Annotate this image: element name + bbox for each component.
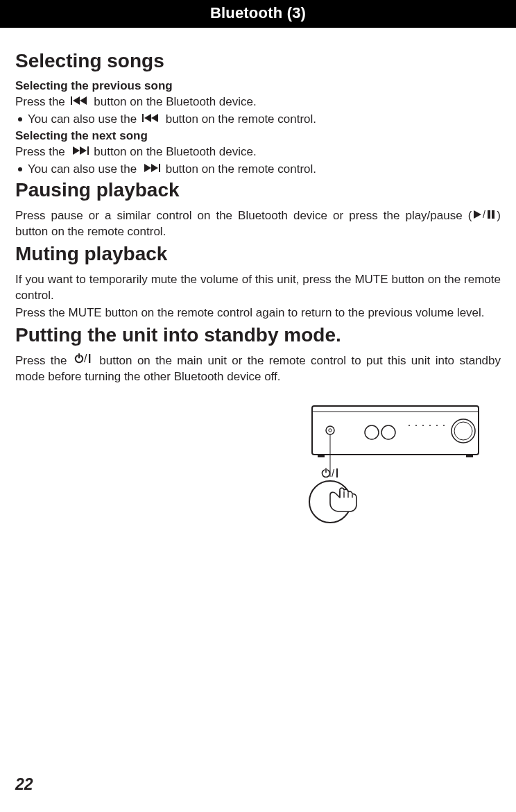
svg-point-27 [409,425,410,426]
svg-point-31 [436,425,438,426]
text: button on the Bluetooth device. [94,145,256,158]
svg-marker-12 [474,210,481,219]
subheading-previous-song: Selecting the previous song [15,79,501,93]
muting-paragraph-1: If you want to temporarily mute the volu… [15,272,501,304]
svg-rect-11 [159,164,160,172]
skip-previous-icon [142,111,160,127]
svg-rect-0 [71,96,72,105]
next-song-bullet: You can also use the button on the remot… [15,162,501,178]
svg-text:/: / [332,467,335,479]
text: Press the [15,145,65,158]
svg-point-24 [329,428,332,431]
svg-marker-1 [73,96,80,105]
device-illustration: / [15,399,501,531]
heading-pausing: Pausing playback [15,179,501,201]
next-song-line: Press the button on the Bluetooth device… [15,144,501,160]
svg-point-32 [443,425,445,426]
svg-marker-5 [151,114,158,122]
svg-marker-6 [73,146,80,155]
power-standby-icon: / [74,353,92,369]
prev-song-line: Press the button on the Bluetooth device… [15,94,501,110]
svg-rect-36 [466,455,473,457]
svg-rect-42 [336,468,338,477]
bullet-icon [18,167,22,171]
standby-paragraph: Press the / button on the main unit or t… [15,353,501,385]
text: Press the [15,354,67,367]
text: Press pause or a similar control on the … [15,209,472,222]
svg-marker-4 [144,114,151,122]
svg-point-26 [381,425,395,439]
page-number: 22 [15,775,33,794]
pausing-paragraph: Press pause or a similar control on the … [15,208,501,240]
text: button on the Bluetooth device. [94,95,256,108]
text: You can also use the [28,112,137,126]
svg-marker-10 [151,164,158,172]
svg-rect-3 [142,114,144,122]
heading-muting: Muting playback [15,243,501,265]
page-header-title: Bluetooth (3) [210,4,306,22]
muting-paragraph-2: Press the MUTE button on the remote cont… [15,305,501,321]
skip-next-icon [71,144,89,160]
svg-marker-9 [144,164,151,172]
heading-selecting-songs: Selecting songs [15,50,501,72]
text: You can also use the [28,162,137,176]
svg-point-30 [429,425,431,426]
svg-rect-14 [488,210,490,219]
svg-text:/: / [84,353,87,364]
text: button on the remote control. [166,162,316,176]
svg-rect-20 [89,354,90,363]
svg-rect-35 [318,455,325,457]
prev-song-bullet: You can also use the button on the remot… [15,112,501,128]
svg-marker-7 [80,146,87,155]
page-header: Bluetooth (3) [0,0,516,28]
play-pause-icon: / [474,208,495,223]
svg-text:/: / [483,210,485,219]
svg-rect-8 [87,146,89,155]
bullet-icon [18,117,22,121]
skip-previous-icon [71,94,89,110]
svg-point-34 [454,422,472,440]
page-content: Selecting songs Selecting the previous s… [0,28,516,531]
text: button on the remote control. [166,112,316,126]
svg-point-29 [422,425,424,426]
text: Press the [15,95,65,108]
svg-point-25 [365,425,379,439]
heading-standby: Putting the unit into standby mode. [15,324,501,346]
skip-next-icon [142,161,160,177]
svg-marker-2 [80,96,87,105]
svg-point-28 [415,425,417,426]
subheading-next-song: Selecting the next song [15,129,501,143]
svg-rect-15 [492,210,495,219]
